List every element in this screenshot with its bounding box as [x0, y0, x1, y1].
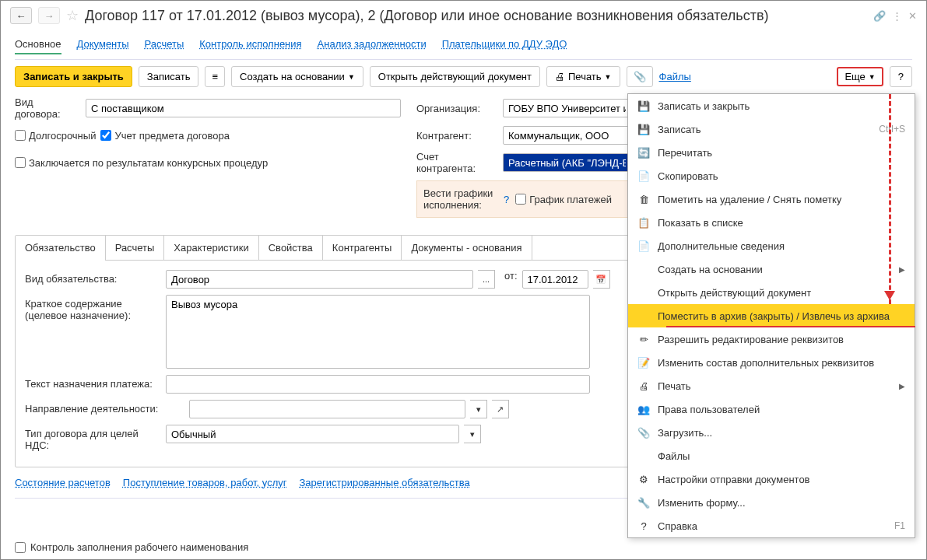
menu-item[interactable]: 📝Изменить состав дополнительных реквизит…: [628, 351, 915, 374]
menu-item[interactable]: Открыть действующий документ: [628, 281, 915, 304]
tab-payers[interactable]: Плательщики по ДДУ ЭДО: [442, 35, 567, 54]
obligation-type-input[interactable]: [166, 270, 473, 289]
menu-item[interactable]: 📄Дополнительные сведения: [628, 234, 915, 257]
menu-icon: 📄: [637, 170, 650, 182]
create-based-button[interactable]: Создать на основании ▼: [231, 66, 363, 87]
counterparty-input[interactable]: [503, 126, 631, 145]
more-button[interactable]: Еще ▼: [837, 67, 883, 86]
chevron-right-icon: ▶: [899, 382, 905, 390]
page-title: Договор 117 от 17.01.2012 (вывоз мусора)…: [85, 8, 867, 24]
annotation-arrow: [889, 94, 891, 304]
tab-payments[interactable]: Расчеты: [145, 35, 184, 54]
menu-item[interactable]: Файлы: [628, 444, 915, 467]
tab-debt[interactable]: Анализ задолженности: [318, 35, 427, 54]
control-checkbox[interactable]: [15, 542, 26, 553]
chevron-right-icon: ▶: [899, 265, 905, 274]
menu-text: Файлы: [658, 450, 905, 462]
menu-text: Справка: [658, 520, 887, 532]
competitive-checkbox[interactable]: [15, 157, 26, 168]
link-icon[interactable]: 🔗: [873, 10, 886, 22]
payment-text-input[interactable]: [166, 375, 590, 394]
back-button[interactable]: ←: [10, 7, 32, 24]
menu-text: Изменить форму...: [658, 497, 905, 509]
close-icon[interactable]: ✕: [908, 10, 917, 22]
direction-dropdown[interactable]: ▾: [470, 400, 487, 418]
more-menu: 💾Записать и закрыть💾ЗаписатьCtrl+S🔄Переч…: [627, 93, 915, 538]
menu-icon: 📄: [637, 240, 650, 252]
obligation-type-label: Вид обязательства:: [25, 270, 161, 285]
tab-main[interactable]: Основное: [15, 35, 61, 54]
menu-text: Загрузить...: [658, 427, 905, 439]
menu-item[interactable]: 🗑Пометить на удаление / Снять пометку: [628, 187, 915, 211]
open-doc-button[interactable]: Открыть действующий документ: [370, 66, 540, 87]
menu-icon: ✏: [637, 333, 650, 345]
tab-calc[interactable]: Расчеты: [106, 236, 165, 261]
vat-type-input[interactable]: [166, 425, 459, 443]
menu-item[interactable]: ?СправкаF1: [628, 514, 915, 537]
org-input[interactable]: [503, 99, 631, 117]
tab-obligation[interactable]: Обязательство: [16, 236, 106, 261]
tab-counterparties[interactable]: Контрагенты: [323, 236, 402, 261]
menu-item[interactable]: 🔧Изменить форму...: [628, 491, 915, 514]
menu-text: Скопировать: [658, 170, 905, 182]
menu-item[interactable]: 👥Права пользователей: [628, 397, 915, 421]
menu-icon: [637, 310, 650, 322]
lookup-button[interactable]: ...: [478, 270, 495, 289]
toolbar: Записать и закрыть Записать ≡ Создать на…: [1, 60, 926, 93]
tab-documents[interactable]: Документы: [77, 35, 129, 54]
summary-label: Краткое содержание (целевое назначение):: [25, 295, 161, 321]
subject-checkbox[interactable]: [100, 130, 111, 141]
files-link[interactable]: Файлы: [659, 71, 691, 82]
forward-button[interactable]: →: [38, 7, 60, 24]
attach-button[interactable]: 📎: [627, 66, 653, 87]
save-close-button[interactable]: Записать и закрыть: [15, 66, 132, 87]
menu-icon: 🔧: [637, 496, 650, 509]
menu-item[interactable]: 💾ЗаписатьCtrl+S: [628, 117, 915, 141]
menu-item[interactable]: Создать на основании▶: [628, 257, 915, 281]
menu-item[interactable]: 📄Скопировать: [628, 164, 915, 187]
link-status[interactable]: Состояние расчетов: [15, 477, 111, 488]
menu-item[interactable]: 🔄Перечитать: [628, 141, 915, 164]
menu-item[interactable]: ✏Разрешить редактирование реквизитов: [628, 327, 915, 351]
list-icon-button[interactable]: ≡: [205, 66, 225, 87]
menu-text: Записать: [658, 124, 871, 135]
help-button[interactable]: ?: [890, 66, 912, 87]
menu-icon: ?: [637, 520, 650, 532]
vat-dropdown[interactable]: ▾: [464, 425, 481, 443]
date-input[interactable]: [522, 270, 588, 289]
tab-basis-docs[interactable]: Документы - основания: [402, 236, 532, 261]
long-term-checkbox[interactable]: [15, 130, 26, 141]
menu-text: Настройки отправки документов: [658, 474, 905, 485]
calendar-button[interactable]: 📅: [593, 270, 610, 289]
menu-item[interactable]: 📋Показать в списке: [628, 211, 915, 234]
menu-text: Пометить на удаление / Снять пометку: [658, 194, 905, 205]
menu-item[interactable]: 📎Загрузить...: [628, 421, 915, 444]
link-registered[interactable]: Зарегистрированные обязательства: [300, 477, 470, 488]
favorite-icon[interactable]: ☆: [66, 7, 79, 24]
save-button[interactable]: Записать: [139, 66, 199, 87]
tab-properties[interactable]: Свойства: [259, 236, 323, 261]
menu-item[interactable]: 🖨Печать▶: [628, 374, 915, 397]
menu-item[interactable]: Поместить в архив (закрыть) / Извлечь из…: [628, 304, 915, 327]
footer: Контроль заполнения рабочего наименовани…: [15, 541, 248, 553]
menu-item[interactable]: 💾Записать и закрыть: [628, 94, 915, 117]
help-icon[interactable]: ?: [504, 194, 509, 205]
menu-item[interactable]: ⚙Настройки отправки документов: [628, 467, 915, 491]
menu-text: Перечитать: [658, 147, 905, 159]
kebab-icon[interactable]: ⋮: [892, 10, 902, 22]
menu-text: Печать: [658, 380, 891, 392]
account-input[interactable]: [503, 153, 631, 172]
vat-type-label: Тип договора для целей НДС:: [25, 425, 161, 451]
contract-type-input[interactable]: [86, 99, 401, 117]
window-header: ← → ☆ Договор 117 от 17.01.2012 (вывоз м…: [1, 1, 926, 30]
tab-control[interactable]: Контроль исполнения: [199, 35, 301, 54]
direction-input[interactable]: [189, 400, 465, 418]
payment-schedule-checkbox[interactable]: [515, 194, 526, 205]
print-button[interactable]: 🖨 Печать ▼: [546, 66, 620, 87]
tab-characteristics[interactable]: Характеристики: [164, 236, 258, 261]
link-receipt[interactable]: Поступление товаров, работ, услуг: [123, 477, 287, 488]
direction-open[interactable]: ↗: [492, 400, 509, 418]
summary-textarea[interactable]: [166, 295, 590, 369]
nav-tabs: Основное Документы Расчеты Контроль испо…: [1, 30, 926, 59]
menu-icon: [637, 450, 650, 462]
